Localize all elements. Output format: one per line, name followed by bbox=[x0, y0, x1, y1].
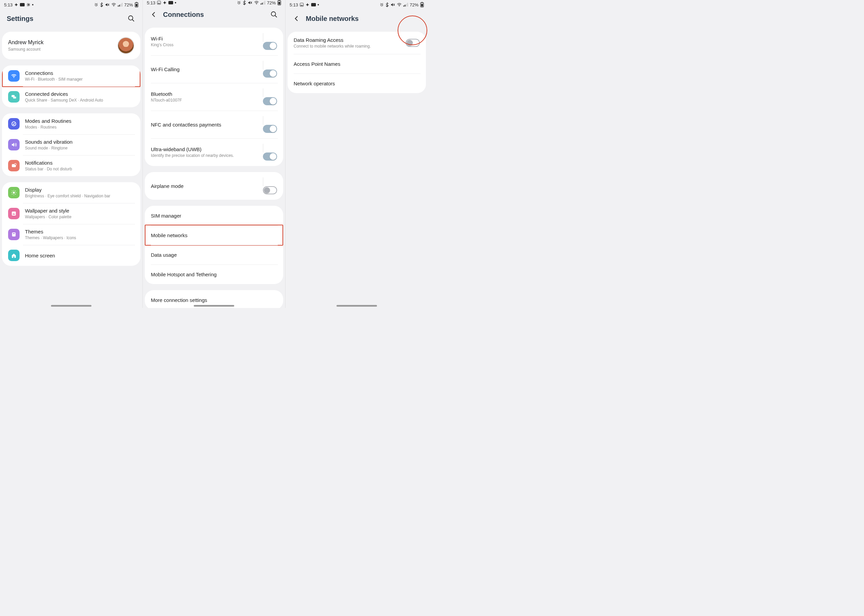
row-title: Notifications bbox=[25, 160, 134, 166]
connections-row[interactable]: BluetoothNTouch-a01007F bbox=[145, 83, 283, 111]
mobile-networks-row[interactable]: Access Point Names bbox=[288, 54, 426, 74]
theme-icon bbox=[8, 229, 20, 240]
svg-rect-12 bbox=[13, 96, 16, 99]
connections-row[interactable]: Ultra-wideband (UWB)Identify the precise… bbox=[145, 138, 283, 166]
search-icon bbox=[127, 15, 135, 22]
status-battery-pct: 72% bbox=[267, 0, 276, 5]
svg-point-10 bbox=[129, 16, 133, 20]
row-title: Wi-Fi bbox=[151, 36, 263, 41]
mute-icon bbox=[390, 3, 395, 7]
row-sub: Wallpapers · Color palette bbox=[25, 215, 134, 219]
divider bbox=[263, 144, 263, 152]
divider bbox=[263, 178, 263, 186]
nav-bar[interactable] bbox=[194, 305, 234, 306]
connections-row[interactable]: NFC and contactless payments bbox=[145, 111, 283, 138]
page-title: Mobile networks bbox=[306, 15, 421, 23]
status-time: 5:13 bbox=[147, 0, 155, 5]
settings-row-cd[interactable]: Connected devicesQuick Share · Samsung D… bbox=[2, 86, 140, 107]
settings-row-wall[interactable]: Wallpaper and styleWallpapers · Color pa… bbox=[2, 203, 140, 224]
signal-icon bbox=[403, 3, 408, 7]
row-title: Bluetooth bbox=[151, 91, 263, 97]
bluetooth-icon bbox=[243, 0, 246, 5]
settings-row-sound[interactable]: Sounds and vibrationSound mode · Rington… bbox=[2, 134, 140, 155]
divider bbox=[263, 88, 263, 97]
mobile-networks-row[interactable]: Network operators bbox=[288, 74, 426, 93]
svg-rect-30 bbox=[279, 0, 280, 1]
search-button[interactable] bbox=[127, 14, 136, 23]
account-card[interactable]: Andrew Myrick Samsung account bbox=[2, 32, 140, 60]
settings-row-home[interactable]: Home screen bbox=[2, 245, 140, 266]
toggle[interactable] bbox=[263, 69, 277, 78]
svg-rect-42 bbox=[422, 2, 423, 3]
toggle[interactable] bbox=[263, 42, 277, 50]
row-title: Wi-Fi Calling bbox=[151, 66, 263, 72]
divider bbox=[263, 61, 263, 69]
svg-rect-39 bbox=[408, 3, 408, 7]
toggle[interactable] bbox=[263, 125, 277, 133]
sound-icon bbox=[8, 139, 20, 151]
svg-rect-41 bbox=[421, 4, 423, 6]
card-icon bbox=[168, 1, 173, 5]
home-icon bbox=[8, 250, 20, 261]
connections-row[interactable]: Wi-FiKing's Cross bbox=[145, 28, 283, 55]
row-title: Network operators bbox=[294, 81, 420, 86]
battery-icon bbox=[420, 2, 424, 8]
connections-row[interactable]: Mobile Hotspot and Tethering bbox=[145, 264, 283, 284]
image-icon bbox=[300, 3, 304, 7]
back-button[interactable] bbox=[150, 10, 158, 19]
wifi-icon bbox=[397, 3, 401, 7]
slack-icon bbox=[26, 3, 30, 7]
row-sub: Connect to mobile networks while roaming… bbox=[294, 44, 406, 49]
search-icon bbox=[270, 11, 278, 18]
toggle[interactable] bbox=[263, 186, 277, 194]
more-dot-icon bbox=[318, 4, 319, 5]
settings-row-disp[interactable]: DisplayBrightness · Eye comfort shield ·… bbox=[2, 182, 140, 203]
wall-icon bbox=[8, 208, 20, 219]
avatar[interactable] bbox=[118, 37, 134, 54]
svg-rect-33 bbox=[311, 3, 316, 6]
connections-row[interactable]: SIM manager bbox=[145, 206, 283, 225]
search-button[interactable] bbox=[270, 10, 279, 19]
svg-point-35 bbox=[399, 6, 400, 6]
settings-group: ConnectionsWi-Fi · Bluetooth · SIM manag… bbox=[2, 66, 140, 107]
status-bar: 5:13 72% bbox=[143, 0, 285, 5]
row-sub: King's Cross bbox=[151, 42, 263, 47]
connections-row[interactable]: Airplane mode bbox=[145, 172, 283, 200]
row-title: Data Roaming Access bbox=[294, 37, 406, 43]
wifi-icon bbox=[254, 1, 259, 5]
settings-row-theme[interactable]: ThemesThemes · Wallpapers · Icons bbox=[2, 224, 140, 245]
connections-row[interactable]: Data usage bbox=[145, 245, 283, 264]
toggle[interactable] bbox=[406, 39, 420, 47]
row-title: Data usage bbox=[151, 252, 277, 258]
mute-icon bbox=[105, 3, 110, 7]
toggle[interactable] bbox=[263, 152, 277, 160]
header: Settings bbox=[0, 9, 142, 32]
mobile-networks-row[interactable]: Data Roaming AccessConnect to mobile net… bbox=[288, 32, 426, 54]
bluetooth-icon bbox=[100, 2, 103, 7]
status-battery-pct: 72% bbox=[410, 2, 419, 8]
svg-point-16 bbox=[13, 192, 15, 194]
svg-point-15 bbox=[14, 163, 16, 165]
cd-icon bbox=[8, 91, 20, 102]
settings-row-wifi[interactable]: ConnectionsWi-Fi · Bluetooth · SIM manag… bbox=[2, 66, 140, 86]
settings-row-notif[interactable]: NotificationsStatus bar · Do not disturb bbox=[2, 155, 140, 176]
settings-group: DisplayBrightness · Eye comfort shield ·… bbox=[2, 182, 140, 266]
row-title: Display bbox=[25, 187, 134, 193]
more-dot-icon bbox=[32, 4, 33, 5]
toggle[interactable] bbox=[263, 97, 277, 105]
row-title: Sounds and vibration bbox=[25, 139, 134, 145]
connections-row[interactable]: Wi-Fi Calling bbox=[145, 55, 283, 83]
back-button[interactable] bbox=[292, 14, 301, 23]
modes-icon bbox=[8, 118, 20, 130]
image-icon bbox=[157, 1, 161, 5]
settings-row-modes[interactable]: Modes and RoutinesModes · Routines bbox=[2, 113, 140, 134]
svg-rect-27 bbox=[264, 1, 265, 5]
nav-bar[interactable] bbox=[51, 305, 91, 306]
card-icon bbox=[311, 3, 316, 6]
svg-rect-36 bbox=[403, 5, 404, 6]
settings-group: Modes and RoutinesModes · RoutinesSounds… bbox=[2, 113, 140, 176]
row-sub: Identify the precise location of nearby … bbox=[151, 153, 263, 158]
nav-bar[interactable] bbox=[337, 305, 377, 306]
row-sub: Brightness · Eye comfort shield · Naviga… bbox=[25, 194, 134, 198]
connections-row[interactable]: Mobile networks bbox=[145, 225, 283, 245]
